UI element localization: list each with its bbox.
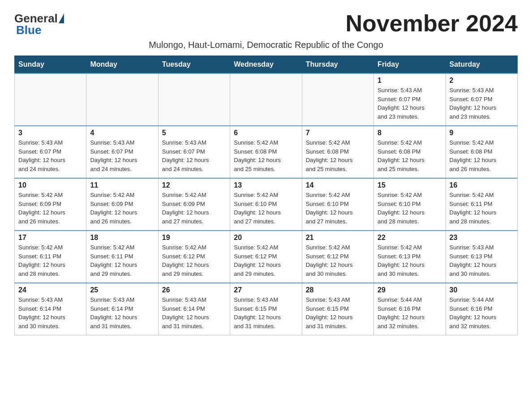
- day-number: 14: [306, 181, 370, 189]
- calendar-header-row: SundayMondayTuesdayWednesdayThursdayFrid…: [15, 56, 518, 74]
- day-number: 1: [378, 77, 442, 85]
- calendar-cell: 14Sunrise: 5:42 AMSunset: 6:10 PMDayligh…: [302, 178, 373, 231]
- calendar-cell: 16Sunrise: 5:42 AMSunset: 6:11 PMDayligh…: [446, 178, 517, 231]
- calendar-cell: 1Sunrise: 5:43 AMSunset: 6:07 PMDaylight…: [374, 73, 446, 126]
- day-info: Sunrise: 5:42 AMSunset: 6:09 PMDaylight:…: [18, 191, 82, 226]
- day-number: 21: [306, 234, 370, 242]
- day-info: Sunrise: 5:44 AMSunset: 6:16 PMDaylight:…: [378, 295, 442, 330]
- day-number: 23: [450, 234, 514, 242]
- day-info: Sunrise: 5:43 AMSunset: 6:15 PMDaylight:…: [306, 295, 370, 330]
- week-row-3: 10Sunrise: 5:42 AMSunset: 6:09 PMDayligh…: [15, 178, 518, 231]
- calendar-cell: 25Sunrise: 5:43 AMSunset: 6:14 PMDayligh…: [86, 283, 158, 335]
- day-info: Sunrise: 5:44 AMSunset: 6:16 PMDaylight:…: [450, 295, 514, 330]
- header-day-tuesday: Tuesday: [158, 56, 230, 74]
- day-number: 13: [234, 181, 298, 189]
- day-number: 16: [450, 181, 514, 189]
- day-info: Sunrise: 5:42 AMSunset: 6:10 PMDaylight:…: [306, 191, 370, 226]
- header-day-saturday: Saturday: [446, 56, 517, 74]
- day-number: 18: [90, 234, 154, 242]
- subtitle: Mulongo, Haut-Lomami, Democratic Republi…: [14, 40, 518, 50]
- day-info: Sunrise: 5:43 AMSunset: 6:15 PMDaylight:…: [234, 295, 298, 330]
- logo: General Blue: [14, 13, 64, 36]
- calendar-cell: 8Sunrise: 5:42 AMSunset: 6:08 PMDaylight…: [374, 126, 446, 178]
- day-info: Sunrise: 5:42 AMSunset: 6:08 PMDaylight:…: [234, 138, 298, 173]
- calendar-cell: 21Sunrise: 5:42 AMSunset: 6:12 PMDayligh…: [302, 231, 373, 283]
- week-row-1: 1Sunrise: 5:43 AMSunset: 6:07 PMDaylight…: [15, 73, 518, 126]
- day-number: 26: [162, 286, 226, 294]
- day-info: Sunrise: 5:42 AMSunset: 6:10 PMDaylight:…: [234, 191, 298, 226]
- day-number: 8: [378, 129, 442, 137]
- day-number: 9: [450, 129, 514, 137]
- calendar-cell: 11Sunrise: 5:42 AMSunset: 6:09 PMDayligh…: [86, 178, 158, 231]
- day-info: Sunrise: 5:43 AMSunset: 6:14 PMDaylight:…: [90, 295, 154, 330]
- calendar-cell: 9Sunrise: 5:42 AMSunset: 6:08 PMDaylight…: [446, 126, 517, 178]
- day-number: 2: [450, 77, 514, 85]
- calendar-cell: 26Sunrise: 5:43 AMSunset: 6:14 PMDayligh…: [158, 283, 230, 335]
- day-number: 7: [306, 129, 370, 137]
- day-info: Sunrise: 5:42 AMSunset: 6:09 PMDaylight:…: [162, 191, 226, 226]
- week-row-2: 3Sunrise: 5:43 AMSunset: 6:07 PMDaylight…: [15, 126, 518, 178]
- day-number: 20: [234, 234, 298, 242]
- calendar-cell: 15Sunrise: 5:42 AMSunset: 6:10 PMDayligh…: [374, 178, 446, 231]
- day-number: 11: [90, 181, 154, 189]
- calendar-cell: 13Sunrise: 5:42 AMSunset: 6:10 PMDayligh…: [230, 178, 302, 231]
- month-title: November 2024: [346, 11, 518, 36]
- day-number: 19: [162, 234, 226, 242]
- day-info: Sunrise: 5:42 AMSunset: 6:12 PMDaylight:…: [234, 243, 298, 278]
- day-number: 30: [450, 286, 514, 294]
- day-number: 27: [234, 286, 298, 294]
- day-number: 10: [18, 181, 82, 189]
- calendar-cell: 28Sunrise: 5:43 AMSunset: 6:15 PMDayligh…: [302, 283, 373, 335]
- header-day-wednesday: Wednesday: [230, 56, 302, 74]
- day-info: Sunrise: 5:43 AMSunset: 6:07 PMDaylight:…: [162, 138, 226, 173]
- logo-triangle-icon: [59, 13, 64, 23]
- calendar-cell: 29Sunrise: 5:44 AMSunset: 6:16 PMDayligh…: [374, 283, 446, 335]
- day-info: Sunrise: 5:43 AMSunset: 6:07 PMDaylight:…: [450, 86, 514, 121]
- day-info: Sunrise: 5:42 AMSunset: 6:08 PMDaylight:…: [450, 138, 514, 173]
- day-info: Sunrise: 5:42 AMSunset: 6:11 PMDaylight:…: [450, 191, 514, 226]
- calendar-cell: 20Sunrise: 5:42 AMSunset: 6:12 PMDayligh…: [230, 231, 302, 283]
- calendar-cell: 17Sunrise: 5:42 AMSunset: 6:11 PMDayligh…: [15, 231, 86, 283]
- day-info: Sunrise: 5:43 AMSunset: 6:14 PMDaylight:…: [162, 295, 226, 330]
- day-number: 17: [18, 234, 82, 242]
- header-day-sunday: Sunday: [15, 56, 86, 74]
- calendar-cell: [230, 73, 302, 126]
- logo-general-text: General: [14, 13, 58, 24]
- week-row-4: 17Sunrise: 5:42 AMSunset: 6:11 PMDayligh…: [15, 231, 518, 283]
- calendar-cell: 7Sunrise: 5:42 AMSunset: 6:08 PMDaylight…: [302, 126, 373, 178]
- day-info: Sunrise: 5:42 AMSunset: 6:10 PMDaylight:…: [378, 191, 442, 226]
- day-number: 6: [234, 129, 298, 137]
- day-number: 12: [162, 181, 226, 189]
- calendar-cell: [86, 73, 158, 126]
- day-number: 24: [18, 286, 82, 294]
- calendar-cell: 10Sunrise: 5:42 AMSunset: 6:09 PMDayligh…: [15, 178, 86, 231]
- calendar-cell: 6Sunrise: 5:42 AMSunset: 6:08 PMDaylight…: [230, 126, 302, 178]
- calendar-cell: 24Sunrise: 5:43 AMSunset: 6:14 PMDayligh…: [15, 283, 86, 335]
- week-row-5: 24Sunrise: 5:43 AMSunset: 6:14 PMDayligh…: [15, 283, 518, 335]
- day-number: 29: [378, 286, 442, 294]
- calendar-cell: [158, 73, 230, 126]
- header: General Blue November 2024: [14, 11, 518, 36]
- calendar-cell: 18Sunrise: 5:42 AMSunset: 6:11 PMDayligh…: [86, 231, 158, 283]
- day-info: Sunrise: 5:42 AMSunset: 6:12 PMDaylight:…: [306, 243, 370, 278]
- day-info: Sunrise: 5:43 AMSunset: 6:13 PMDaylight:…: [450, 243, 514, 278]
- calendar-cell: 3Sunrise: 5:43 AMSunset: 6:07 PMDaylight…: [15, 126, 86, 178]
- calendar-cell: 2Sunrise: 5:43 AMSunset: 6:07 PMDaylight…: [446, 73, 517, 126]
- day-number: 15: [378, 181, 442, 189]
- day-number: 4: [90, 129, 154, 137]
- header-day-thursday: Thursday: [302, 56, 373, 74]
- calendar-cell: 27Sunrise: 5:43 AMSunset: 6:15 PMDayligh…: [230, 283, 302, 335]
- calendar-cell: [15, 73, 86, 126]
- calendar-cell: 23Sunrise: 5:43 AMSunset: 6:13 PMDayligh…: [446, 231, 517, 283]
- day-info: Sunrise: 5:42 AMSunset: 6:13 PMDaylight:…: [378, 243, 442, 278]
- calendar-cell: 5Sunrise: 5:43 AMSunset: 6:07 PMDaylight…: [158, 126, 230, 178]
- day-info: Sunrise: 5:42 AMSunset: 6:11 PMDaylight:…: [90, 243, 154, 278]
- day-info: Sunrise: 5:43 AMSunset: 6:07 PMDaylight:…: [18, 138, 82, 173]
- calendar: SundayMondayTuesdayWednesdayThursdayFrid…: [14, 56, 518, 335]
- day-number: 25: [90, 286, 154, 294]
- calendar-cell: 4Sunrise: 5:43 AMSunset: 6:07 PMDaylight…: [86, 126, 158, 178]
- day-number: 22: [378, 234, 442, 242]
- day-info: Sunrise: 5:42 AMSunset: 6:08 PMDaylight:…: [378, 138, 442, 173]
- calendar-cell: [302, 73, 373, 126]
- day-number: 5: [162, 129, 226, 137]
